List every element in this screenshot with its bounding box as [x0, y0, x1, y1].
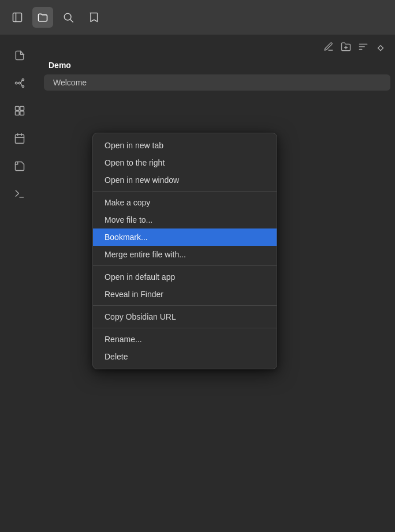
context-menu-open-default-app[interactable]: Open in default app	[93, 268, 277, 286]
sidebar-item-new-note[interactable]	[8, 44, 31, 67]
folder-button[interactable]	[32, 7, 53, 28]
context-menu-make-copy[interactable]: Make a copy	[93, 194, 277, 211]
svg-line-10	[21, 83, 23, 86]
sidebar-item-calendar[interactable]	[8, 127, 31, 150]
context-menu-rename[interactable]: Rename...	[93, 331, 277, 348]
bookmark-button[interactable]	[83, 7, 104, 28]
separator-1	[93, 191, 277, 192]
new-folder-action[interactable]	[341, 42, 351, 55]
svg-rect-12	[20, 107, 24, 111]
context-menu-merge-file[interactable]: Merge entire file with...	[93, 246, 277, 263]
context-menu-copy-obsidian-url[interactable]: Copy Obsidian URL	[93, 308, 277, 325]
context-menu-bookmark[interactable]: Bookmark...	[93, 228, 277, 246]
svg-rect-0	[13, 13, 22, 22]
svg-line-9	[21, 80, 23, 83]
context-menu-open-new-tab[interactable]: Open in new tab	[93, 137, 277, 154]
file-explorer-header	[39, 35, 395, 59]
sidebar-item-terminal[interactable]	[8, 182, 31, 205]
new-note-action[interactable]	[323, 42, 334, 55]
context-menu-open-right[interactable]: Open to the right	[93, 154, 277, 171]
context-menu: Open in new tab Open to the right Open i…	[92, 133, 277, 369]
search-button[interactable]	[58, 7, 79, 28]
context-menu-move-file[interactable]: Move file to...	[93, 211, 277, 228]
separator-2	[93, 265, 277, 266]
file-item-welcome[interactable]: Welcome	[44, 74, 390, 91]
svg-rect-15	[16, 134, 24, 143]
svg-rect-14	[20, 111, 24, 115]
vault-name: Demo	[39, 59, 395, 74]
file-item-label: Welcome	[53, 78, 87, 87]
svg-rect-11	[16, 107, 20, 111]
separator-4	[93, 328, 277, 328]
separator-3	[93, 305, 277, 306]
svg-rect-13	[16, 111, 20, 115]
file-explorer-actions	[323, 42, 386, 55]
sort-action[interactable]	[358, 42, 368, 55]
context-menu-open-new-window[interactable]: Open in new window	[93, 171, 277, 189]
sidebar-item-graph[interactable]	[8, 72, 31, 95]
collapse-action[interactable]	[375, 42, 386, 55]
svg-line-3	[70, 20, 73, 23]
left-sidebar	[0, 35, 39, 532]
sidebar-item-blocks[interactable]	[8, 99, 31, 122]
sidebar-toggle-button[interactable]	[7, 7, 28, 28]
sidebar-item-documents[interactable]	[8, 155, 31, 178]
context-menu-delete[interactable]: Delete	[93, 348, 277, 365]
context-menu-reveal-finder[interactable]: Reveal in Finder	[93, 286, 277, 303]
top-toolbar	[0, 0, 395, 35]
